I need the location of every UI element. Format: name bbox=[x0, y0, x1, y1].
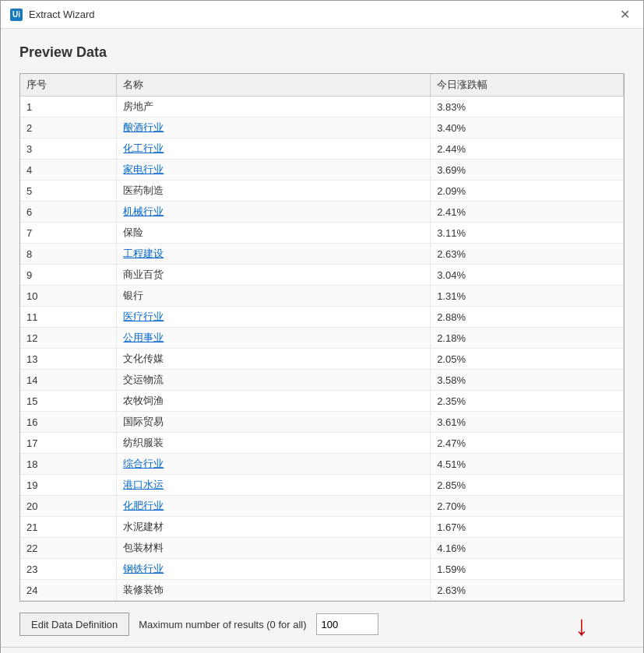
table-row: 22包装材料4.16% bbox=[20, 538, 624, 559]
cell-name: 医疗行业 bbox=[117, 307, 431, 328]
table-row: 11医疗行业2.88% bbox=[20, 307, 624, 328]
name-link[interactable]: 港口水运 bbox=[123, 479, 164, 490]
bottom-controls: Edit Data Definition Maximum number of r… bbox=[19, 613, 625, 636]
max-results-label: Maximum number of results (0 for all) bbox=[139, 619, 306, 630]
cell-name: 家电行业 bbox=[117, 160, 431, 181]
table-row: 14交运物流3.58% bbox=[20, 370, 624, 391]
cell-seq: 13 bbox=[20, 349, 117, 370]
name-link[interactable]: 综合行业 bbox=[123, 458, 164, 469]
name-link[interactable]: 钢铁行业 bbox=[123, 563, 164, 574]
table-body-container[interactable]: 1房地产3.83%2酿酒行业3.40%3化工行业2.44%4家电行业3.69%5… bbox=[20, 97, 624, 601]
cell-seq: 5 bbox=[20, 181, 117, 202]
title-bar: Ui Extract Wizard ✕ bbox=[1, 1, 643, 29]
cell-name: 港口水运 bbox=[117, 475, 431, 496]
cell-seq: 22 bbox=[20, 538, 117, 559]
data-table-wrapper: 序号 名称 今日涨跌幅 1房地产3.83%2酿酒行业3 bbox=[19, 73, 625, 602]
col-header-name: 名称 bbox=[117, 74, 431, 96]
table-row: 18综合行业4.51% bbox=[20, 454, 624, 475]
cell-seq: 7 bbox=[20, 223, 117, 244]
name-link[interactable]: 化工行业 bbox=[123, 142, 164, 154]
red-arrow-container: ↓ bbox=[575, 609, 589, 642]
edit-data-definition-button[interactable]: Edit Data Definition bbox=[19, 613, 129, 636]
cell-seq: 12 bbox=[20, 328, 117, 349]
cell-change: 3.11% bbox=[431, 223, 624, 244]
table-row: 24装修装饰2.63% bbox=[20, 580, 624, 601]
cell-name: 国际贸易 bbox=[117, 412, 431, 433]
cell-name: 交运物流 bbox=[117, 370, 431, 391]
cell-name: 农牧饲渔 bbox=[117, 391, 431, 412]
table-row: 9商业百货3.04% bbox=[20, 265, 624, 286]
cell-name: 机械行业 bbox=[117, 202, 431, 223]
name-link[interactable]: 工程建设 bbox=[123, 248, 164, 259]
data-table: 1房地产3.83%2酿酒行业3.40%3化工行业2.44%4家电行业3.69%5… bbox=[20, 97, 624, 601]
table-row: 17纺织服装2.47% bbox=[20, 433, 624, 454]
cell-seq: 14 bbox=[20, 370, 117, 391]
cell-change: 2.41% bbox=[431, 202, 624, 223]
cell-name: 纺织服装 bbox=[117, 433, 431, 454]
table-row: 15农牧饲渔2.35% bbox=[20, 391, 624, 412]
cell-seq: 10 bbox=[20, 286, 117, 307]
cell-seq: 24 bbox=[20, 580, 117, 601]
cell-seq: 4 bbox=[20, 160, 117, 181]
name-link[interactable]: 酿酒行业 bbox=[123, 121, 164, 133]
cell-name: 房地产 bbox=[117, 97, 431, 118]
table-row: 4家电行业3.69% bbox=[20, 160, 624, 181]
cell-name: 化工行业 bbox=[117, 139, 431, 160]
table-row: 8工程建设2.63% bbox=[20, 244, 624, 265]
cell-change: 1.67% bbox=[431, 517, 624, 538]
table-header: 序号 名称 今日涨跌幅 bbox=[20, 74, 624, 97]
main-window: Ui Extract Wizard ✕ Preview Data 序号 bbox=[0, 0, 644, 653]
page-title: Preview Data bbox=[19, 44, 625, 61]
table-row: 7保险3.11% bbox=[20, 223, 624, 244]
table-row: 3化工行业2.44% bbox=[20, 139, 624, 160]
table-row: 21水泥建材1.67% bbox=[20, 517, 624, 538]
cell-seq: 23 bbox=[20, 559, 117, 580]
cell-seq: 20 bbox=[20, 496, 117, 517]
cell-seq: 19 bbox=[20, 475, 117, 496]
cell-seq: 18 bbox=[20, 454, 117, 475]
title-bar-left: Ui Extract Wizard bbox=[10, 9, 95, 21]
close-button[interactable]: ✕ bbox=[615, 5, 634, 24]
max-results-input[interactable] bbox=[316, 613, 378, 635]
cell-name: 银行 bbox=[117, 286, 431, 307]
window-title: Extract Wizard bbox=[29, 9, 95, 20]
table-header-table: 序号 名称 今日涨跌幅 bbox=[20, 74, 624, 96]
table-row: 6机械行业2.41% bbox=[20, 202, 624, 223]
cell-seq: 9 bbox=[20, 265, 117, 286]
cell-seq: 15 bbox=[20, 391, 117, 412]
name-link[interactable]: 公用事业 bbox=[123, 332, 164, 343]
cell-change: 4.51% bbox=[431, 454, 624, 475]
name-link[interactable]: 化肥行业 bbox=[123, 500, 164, 511]
name-link[interactable]: 医疗行业 bbox=[123, 311, 164, 322]
table-row: 16国际贸易3.61% bbox=[20, 412, 624, 433]
footer: Help Cancel < Back Extract Correlated Da… bbox=[1, 647, 643, 653]
cell-change: 1.59% bbox=[431, 559, 624, 580]
cell-name: 工程建设 bbox=[117, 244, 431, 265]
name-link[interactable]: 家电行业 bbox=[123, 163, 164, 175]
cell-seq: 11 bbox=[20, 307, 117, 328]
cell-change: 3.40% bbox=[431, 118, 624, 139]
cell-name: 化肥行业 bbox=[117, 496, 431, 517]
table-row: 5医药制造2.09% bbox=[20, 181, 624, 202]
cell-change: 2.47% bbox=[431, 433, 624, 454]
cell-change: 2.44% bbox=[431, 139, 624, 160]
cell-change: 2.35% bbox=[431, 391, 624, 412]
cell-seq: 21 bbox=[20, 517, 117, 538]
table-row: 20化肥行业2.70% bbox=[20, 496, 624, 517]
cell-name: 保险 bbox=[117, 223, 431, 244]
table-row: 12公用事业2.18% bbox=[20, 328, 624, 349]
table-row: 1房地产3.83% bbox=[20, 97, 624, 118]
cell-name: 公用事业 bbox=[117, 328, 431, 349]
cell-name: 综合行业 bbox=[117, 454, 431, 475]
cell-change: 2.63% bbox=[431, 244, 624, 265]
cell-name: 钢铁行业 bbox=[117, 559, 431, 580]
name-link[interactable]: 机械行业 bbox=[123, 205, 164, 217]
cell-change: 3.61% bbox=[431, 412, 624, 433]
table-row: 13文化传媒2.05% bbox=[20, 349, 624, 370]
cell-change: 3.58% bbox=[431, 370, 624, 391]
cell-seq: 8 bbox=[20, 244, 117, 265]
table-row: 23钢铁行业1.59% bbox=[20, 559, 624, 580]
app-icon: Ui bbox=[10, 9, 23, 21]
cell-change: 2.70% bbox=[431, 496, 624, 517]
table-row: 10银行1.31% bbox=[20, 286, 624, 307]
